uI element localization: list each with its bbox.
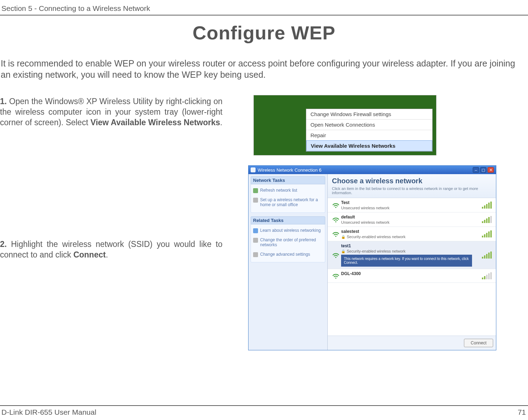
svg-point-1 [335, 221, 336, 222]
wifi-icon [331, 250, 341, 260]
window-icon [251, 167, 256, 172]
network-name: DGL-4300 [341, 271, 472, 276]
sidebar-group1-title: Network Tasks [251, 176, 325, 184]
wifi-icon [331, 229, 341, 238]
network-info: salestest 🔒Security-enabled wireless net… [341, 229, 472, 239]
advanced-icon [253, 252, 258, 257]
signal-icon [472, 216, 493, 223]
sidebar-link-order-label: Change the order of preferred networks [260, 237, 323, 248]
wifi-icon [331, 215, 341, 224]
sidebar-link-setup[interactable]: Set up a wireless network for a home or … [253, 195, 323, 210]
ctx-item-open-connections[interactable]: Open Network Connections [306, 119, 432, 130]
signal-icon [472, 202, 493, 209]
sidebar-group2-panel: Learn about wireless networking Change t… [251, 224, 325, 262]
page-title: Configure WEP [0, 22, 528, 44]
network-sub-text: Security-enabled wireless network [347, 235, 406, 239]
network-name: salestest [341, 229, 472, 234]
sidebar-link-advanced-label: Change advanced settings [260, 252, 310, 257]
network-name: test1 [341, 243, 472, 248]
network-item-selected[interactable]: test1 🔒Security-enabled wireless network… [328, 241, 496, 269]
svg-point-0 [335, 207, 336, 208]
window-titlebar: Wireless Network Connection 6 – ▢ ✕ [249, 166, 496, 174]
ctx-item-repair[interactable]: Repair [306, 130, 432, 140]
step-1-row: 1. Open the Windows® XP Wireless Utility… [0, 96, 528, 155]
figure-1-column: Change Windows Firewall settings Open Ne… [229, 96, 528, 155]
setup-icon [253, 198, 258, 203]
step-2-number: 2. [0, 240, 7, 249]
order-icon [253, 238, 258, 243]
network-item[interactable]: default Unsecured wireless network [328, 212, 496, 227]
window-footer: Connect [328, 336, 496, 350]
network-info: DGL-4300 [341, 271, 472, 276]
sidebar-link-order[interactable]: Change the order of preferred networks [253, 235, 323, 250]
sidebar-link-setup-label: Set up a wireless network for a home or … [260, 197, 323, 208]
figure-1: Change Windows Firewall settings Open Ne… [253, 95, 436, 155]
close-icon[interactable]: ✕ [488, 167, 494, 173]
network-item[interactable]: Test Unsecured wireless network [328, 198, 496, 212]
section-header: Section 5 - Connecting to a Wireless Net… [0, 0, 528, 15]
figure-2-column: Wireless Network Connection 6 – ▢ ✕ Netw… [229, 165, 528, 350]
network-sub-text: Security-enabled wireless network [347, 249, 406, 253]
sidebar-link-advanced[interactable]: Change advanced settings [253, 250, 323, 259]
signal-icon [472, 252, 493, 259]
network-sub: Unsecured wireless network [341, 220, 472, 224]
network-name: Test [341, 200, 472, 205]
svg-point-2 [335, 236, 336, 237]
network-sub: 🔒Security-enabled wireless network [341, 249, 472, 253]
network-list: Test Unsecured wireless network default [328, 198, 496, 336]
maximize-icon[interactable]: ▢ [480, 167, 486, 173]
network-sub: 🔒Security-enabled wireless network [341, 235, 472, 239]
sidebar-group1-panel: Refresh network list Set up a wireless n… [251, 184, 325, 213]
step-2-body-a: Highlight the wireless network (SSID) yo… [0, 240, 222, 259]
window-title-text: Wireless Network Connection 6 [258, 167, 321, 173]
network-description: This network requires a network key. If … [341, 255, 472, 267]
step-1-bold: View Available Wireless Networks [90, 118, 220, 127]
network-sub: Unsecured wireless network [341, 206, 472, 210]
network-item[interactable]: salestest 🔒Security-enabled wireless net… [328, 227, 496, 241]
step-2-text: 2. Highlight the wireless network (SSID)… [0, 239, 229, 260]
step-2-body-b: . [106, 250, 108, 259]
network-info: Test Unsecured wireless network [341, 200, 472, 210]
step-2-row: 2. Highlight the wireless network (SSID)… [0, 165, 528, 350]
ctx-item-view-networks[interactable]: View Available Wireless Networks [306, 140, 432, 151]
main-panel-heading: Choose a wireless network [332, 177, 492, 185]
intro-paragraph: It is recommended to enable WEP on your … [1, 58, 526, 80]
network-info: default Unsecured wireless network [341, 215, 472, 224]
learn-icon [253, 228, 258, 233]
sidebar: Network Tasks Refresh network list Set u… [249, 174, 328, 350]
footer-left: D-Link DIR-655 User Manual [1, 408, 96, 416]
document-page: Section 5 - Connecting to a Wireless Net… [0, 0, 528, 420]
main-panel: Choose a wireless network Click an item … [328, 174, 496, 350]
sidebar-link-learn[interactable]: Learn about wireless networking [253, 226, 323, 235]
sidebar-link-refresh[interactable]: Refresh network list [253, 186, 323, 195]
step-1-number: 1. [0, 97, 7, 106]
content-area: 1. Open the Windows® XP Wireless Utility… [0, 96, 528, 350]
minimize-icon[interactable]: – [473, 167, 479, 173]
wifi-icon [331, 201, 341, 210]
svg-point-4 [335, 278, 336, 279]
sidebar-link-refresh-label: Refresh network list [260, 188, 297, 193]
main-panel-header: Choose a wireless network Click an item … [328, 174, 496, 198]
figure-1-desktop-strip: Change Windows Firewall settings Open Ne… [254, 95, 436, 155]
header-rule [0, 15, 528, 15]
footer-page-number: 71 [518, 408, 526, 416]
ctx-item-firewall[interactable]: Change Windows Firewall settings [306, 109, 432, 119]
context-menu: Change Windows Firewall settings Open Ne… [306, 109, 433, 152]
step-1-text: 1. Open the Windows® XP Wireless Utility… [0, 96, 229, 128]
network-item[interactable]: DGL-4300 [328, 269, 496, 283]
lock-icon: 🔒 [341, 235, 345, 239]
refresh-icon [253, 188, 258, 193]
sidebar-group2-title: Related Tasks [251, 216, 325, 224]
window-controls: – ▢ ✕ [473, 167, 494, 173]
footer-row: D-Link DIR-655 User Manual 71 [0, 406, 528, 416]
svg-point-3 [335, 257, 336, 258]
lock-icon: 🔒 [341, 249, 345, 253]
network-name: default [341, 215, 472, 219]
window-body: Network Tasks Refresh network list Set u… [249, 174, 496, 350]
connect-button[interactable]: Connect [464, 339, 493, 347]
page-footer: D-Link DIR-655 User Manual 71 [0, 405, 528, 416]
step-2-bold: Connect [73, 250, 106, 259]
step-1-body-b: . [220, 118, 222, 127]
signal-icon [472, 230, 493, 237]
window-title-wrap: Wireless Network Connection 6 [251, 167, 321, 173]
